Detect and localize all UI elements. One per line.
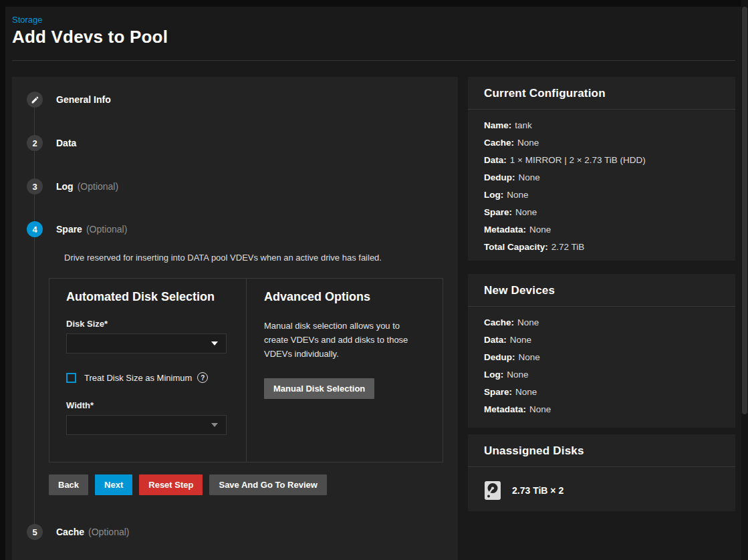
step-label: Log xyxy=(56,181,74,192)
config-row: Spare:None xyxy=(484,207,719,217)
step-number: 2 xyxy=(27,135,43,151)
step-optional-tag: (Optional) xyxy=(78,181,118,192)
new-devices-title: New Devices xyxy=(484,284,719,297)
device-label: Data: xyxy=(484,335,507,345)
unassigned-disks-title: Unassigned Disks xyxy=(484,444,719,458)
width-label: Width* xyxy=(66,400,229,410)
current-configuration-panel: Current Configuration Name:tank Cache:No… xyxy=(468,77,735,261)
save-and-go-to-review-button[interactable]: Save And Go To Review xyxy=(209,474,326,495)
advanced-section-title: Advanced Options xyxy=(264,290,425,304)
automated-section-title: Automated Disk Selection xyxy=(66,290,229,304)
panel-body: 2.73 TiB × 2 xyxy=(468,467,735,511)
stepper-step-general-info[interactable]: General Info xyxy=(27,92,111,108)
device-value: None xyxy=(515,387,537,397)
step-completed-circle xyxy=(27,92,43,108)
device-row: Metadata:None xyxy=(484,404,719,414)
step-number: 3 xyxy=(27,178,43,194)
breadcrumb[interactable]: Storage xyxy=(12,15,43,25)
header-divider xyxy=(12,60,735,61)
config-label: Spare: xyxy=(484,207,512,217)
config-value: None xyxy=(517,138,539,148)
config-label: Name: xyxy=(484,120,511,130)
unassigned-disks-panel: Unassigned Disks 2.73 TiB × 2 xyxy=(468,434,735,511)
config-row: Data:1 × MIRROR | 2 × 2.73 TiB (HDD) xyxy=(484,155,719,165)
config-row: Log:None xyxy=(484,190,719,200)
config-label: Data: xyxy=(484,155,507,165)
step-number: 5 xyxy=(27,524,43,540)
step-optional-tag: (Optional) xyxy=(86,224,127,235)
config-row: Metadata:None xyxy=(484,225,719,235)
stepper-connector-line xyxy=(34,100,35,532)
config-value: None xyxy=(515,207,537,217)
stepper-step-cache[interactable]: 5 Cache (Optional) xyxy=(27,524,130,540)
back-button[interactable]: Back xyxy=(49,474,88,495)
config-row: Total Capacity:2.72 TiB xyxy=(484,242,719,252)
wizard-actions: Back Next Reset Step Save And Go To Revi… xyxy=(49,474,327,495)
treat-minimum-checkbox[interactable] xyxy=(66,373,76,383)
chevron-down-icon xyxy=(211,423,218,427)
hard-drive-icon xyxy=(484,480,501,501)
device-row: Log:None xyxy=(484,370,719,380)
automated-disk-selection-section: Automated Disk Selection Disk Size* Trea… xyxy=(49,279,247,462)
disk-size-label: Disk Size* xyxy=(66,319,229,329)
stepper-step-log[interactable]: 3 Log (Optional) xyxy=(27,178,118,194)
device-row: Data:None xyxy=(484,335,719,345)
stepper-step-spare[interactable]: 4 Spare (Optional) xyxy=(27,221,127,237)
device-value: None xyxy=(529,404,551,414)
page-title: Add Vdevs to Pool xyxy=(12,27,168,47)
top-edge xyxy=(0,0,748,7)
config-row: Cache:None xyxy=(484,138,719,148)
step-label: Cache xyxy=(56,527,84,537)
device-row: Cache:None xyxy=(484,317,719,327)
panel-header: Current Configuration xyxy=(468,77,735,110)
spare-step-description: Drive reserved for inserting into DATA p… xyxy=(64,253,382,263)
config-value: tank xyxy=(515,120,532,130)
help-icon[interactable]: ? xyxy=(197,372,208,383)
left-edge xyxy=(0,0,5,560)
config-label: Cache: xyxy=(484,138,514,148)
config-label: Log: xyxy=(484,190,503,200)
disk-size-count: 2.73 TiB × 2 xyxy=(512,485,564,496)
manual-disk-selection-button[interactable]: Manual Disk Selection xyxy=(264,378,374,399)
scrollbar-thumb[interactable] xyxy=(742,7,747,414)
config-value: None xyxy=(507,190,528,200)
disk-selection-box: Automated Disk Selection Disk Size* Trea… xyxy=(49,278,443,462)
device-value: None xyxy=(507,370,528,380)
wizard-card: General Info 2 Data 3 Log (Optional) 4 S… xyxy=(12,77,458,560)
panel-body: Name:tank Cache:None Data:1 × MIRROR | 2… xyxy=(468,110,735,270)
step-label: Spare xyxy=(56,224,82,235)
device-label: Dedup: xyxy=(484,352,515,362)
disk-size-select[interactable] xyxy=(66,333,227,354)
advanced-options-description: Manual disk selection allows you to crea… xyxy=(264,319,425,361)
step-label: Data xyxy=(56,138,76,148)
next-button[interactable]: Next xyxy=(95,474,132,495)
scrollbar-track[interactable] xyxy=(741,0,748,560)
new-devices-panel: New Devices Cache:None Data:None Dedup:N… xyxy=(468,274,735,428)
device-label: Cache: xyxy=(484,317,514,327)
step-label: General Info xyxy=(56,94,111,105)
config-value: None xyxy=(519,172,540,182)
chevron-down-icon xyxy=(211,341,218,345)
unassigned-disk-item: 2.73 TiB × 2 xyxy=(484,478,719,501)
step-optional-tag: (Optional) xyxy=(88,527,129,537)
reset-step-button[interactable]: Reset Step xyxy=(139,474,203,495)
config-value: 2.72 TiB xyxy=(551,242,585,252)
config-value: None xyxy=(529,225,551,235)
config-value: 1 × MIRROR | 2 × 2.73 TiB (HDD) xyxy=(510,155,646,165)
config-label: Dedup: xyxy=(484,172,515,182)
width-select[interactable] xyxy=(66,415,227,435)
panel-header: Unassigned Disks xyxy=(468,434,735,467)
advanced-options-section: Advanced Options Manual disk selection a… xyxy=(247,279,443,462)
panel-header: New Devices xyxy=(468,274,735,307)
device-row: Dedup:None xyxy=(484,352,719,362)
device-value: None xyxy=(510,335,531,345)
stepper-step-data[interactable]: 2 Data xyxy=(27,135,76,151)
treat-minimum-row: Treat Disk Size as Minimum ? xyxy=(66,372,229,383)
device-value: None xyxy=(519,352,540,362)
config-row: Dedup:None xyxy=(484,172,719,182)
config-label: Metadata: xyxy=(484,225,526,235)
current-configuration-title: Current Configuration xyxy=(484,87,719,100)
device-label: Spare: xyxy=(484,387,512,397)
treat-minimum-label: Treat Disk Size as Minimum xyxy=(84,373,192,383)
pencil-icon xyxy=(31,96,39,104)
